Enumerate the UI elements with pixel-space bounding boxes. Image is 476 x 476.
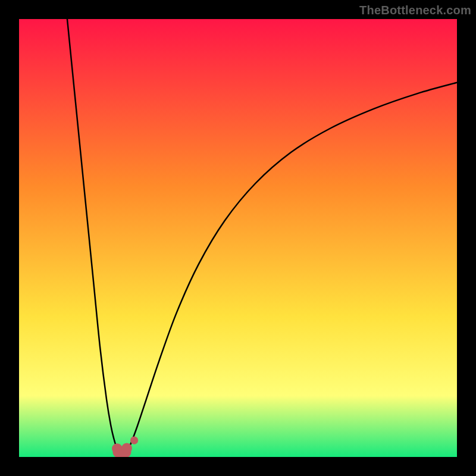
marker-point [121, 443, 132, 453]
watermark-text: TheBottleneck.com [359, 4, 471, 17]
gradient-background [19, 19, 457, 457]
chart-frame [19, 19, 457, 457]
marker-point [130, 436, 138, 444]
bottleneck-chart [19, 19, 457, 457]
